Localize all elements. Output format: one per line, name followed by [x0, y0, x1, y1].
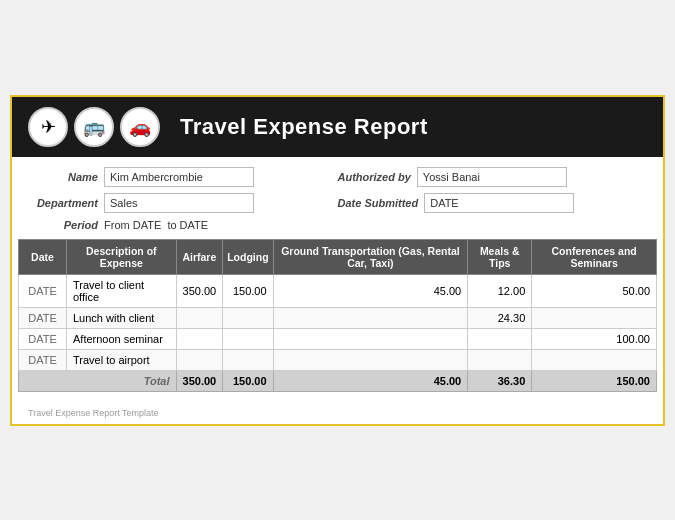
name-row: Name — [28, 167, 338, 187]
col-description: Description of Expense — [67, 239, 177, 274]
row4-airfare — [176, 349, 223, 370]
report-title: Travel Expense Report — [180, 114, 428, 140]
row4-lodging — [223, 349, 273, 370]
row4-desc: Travel to airport — [67, 349, 177, 370]
row4-meals — [468, 349, 532, 370]
table-row: DATE Travel to airport — [19, 349, 657, 370]
name-label: Name — [28, 171, 98, 183]
authorized-input[interactable] — [417, 167, 567, 187]
row3-meals — [468, 328, 532, 349]
authorized-label: Authorized by — [338, 171, 411, 183]
table-row: DATE Travel to client office 350.00 150.… — [19, 274, 657, 307]
name-input[interactable] — [104, 167, 254, 187]
row4-ground — [273, 349, 468, 370]
row2-meals: 24.30 — [468, 307, 532, 328]
table-row: DATE Lunch with client 24.30 — [19, 307, 657, 328]
department-row: Department — [28, 193, 338, 213]
table-header-row: Date Description of Expense Airfare Lodg… — [19, 239, 657, 274]
report-page: ✈ 🚌 🚗 Travel Expense Report Name Authori… — [10, 95, 665, 426]
department-label: Department — [28, 197, 98, 209]
row3-ground — [273, 328, 468, 349]
date-submitted-label: Date Submitted — [338, 197, 419, 209]
row1-lodging: 150.00 — [223, 274, 273, 307]
row3-desc: Afternoon seminar — [67, 328, 177, 349]
car-icon: 🚗 — [120, 107, 160, 147]
row1-ground: 45.00 — [273, 274, 468, 307]
total-airfare: 350.00 — [176, 370, 223, 391]
total-conferences: 150.00 — [532, 370, 657, 391]
row2-conferences — [532, 307, 657, 328]
row3-lodging — [223, 328, 273, 349]
row3-conferences: 100.00 — [532, 328, 657, 349]
row2-ground — [273, 307, 468, 328]
period-row: Period From DATE to DATE — [28, 219, 338, 231]
row2-desc: Lunch with client — [67, 307, 177, 328]
row3-date: DATE — [19, 328, 67, 349]
department-input[interactable] — [104, 193, 254, 213]
date-submitted-row: Date Submitted — [338, 193, 648, 213]
empty-right — [338, 219, 648, 231]
transport-icons: ✈ 🚌 🚗 — [28, 107, 160, 147]
total-ground: 45.00 — [273, 370, 468, 391]
date-submitted-input[interactable] — [424, 193, 574, 213]
row3-airfare — [176, 328, 223, 349]
table-row: DATE Afternoon seminar 100.00 — [19, 328, 657, 349]
bus-icon: 🚌 — [74, 107, 114, 147]
row4-conferences — [532, 349, 657, 370]
airplane-icon: ✈ — [28, 107, 68, 147]
total-lodging: 150.00 — [223, 370, 273, 391]
period-label: Period — [28, 219, 98, 231]
col-date: Date — [19, 239, 67, 274]
expense-table-wrapper: Date Description of Expense Airfare Lodg… — [12, 239, 663, 402]
col-airfare: Airfare — [176, 239, 223, 274]
col-conferences: Conferences and Seminars — [532, 239, 657, 274]
row1-conferences: 50.00 — [532, 274, 657, 307]
footer-note: Travel Expense Report Template — [12, 402, 663, 424]
row2-airfare — [176, 307, 223, 328]
period-value: From DATE to DATE — [104, 219, 208, 231]
total-label: Total — [19, 370, 177, 391]
row1-date: DATE — [19, 274, 67, 307]
form-area: Name Authorized by Department Date Submi… — [12, 157, 663, 239]
row2-date: DATE — [19, 307, 67, 328]
col-meals: Meals & Tips — [468, 239, 532, 274]
authorized-row: Authorized by — [338, 167, 648, 187]
row1-meals: 12.00 — [468, 274, 532, 307]
row4-date: DATE — [19, 349, 67, 370]
total-meals: 36.30 — [468, 370, 532, 391]
total-row: Total 350.00 150.00 45.00 36.30 150.00 — [19, 370, 657, 391]
expense-table: Date Description of Expense Airfare Lodg… — [18, 239, 657, 392]
row1-airfare: 350.00 — [176, 274, 223, 307]
report-header: ✈ 🚌 🚗 Travel Expense Report — [12, 97, 663, 157]
col-lodging: Lodging — [223, 239, 273, 274]
row2-lodging — [223, 307, 273, 328]
col-ground: Ground Transportation (Gas, Rental Car, … — [273, 239, 468, 274]
row1-desc: Travel to client office — [67, 274, 177, 307]
